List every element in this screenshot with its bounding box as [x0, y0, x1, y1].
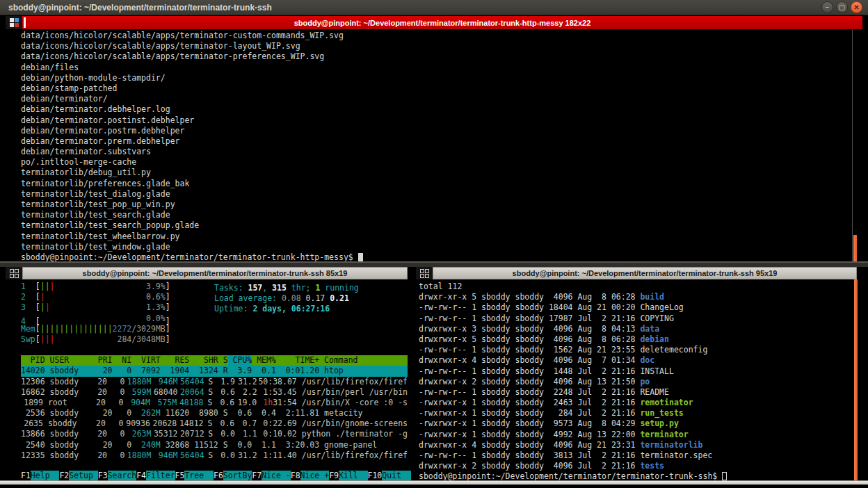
- pane-grabber-button[interactable]: [416, 267, 433, 279]
- terminal-line: terminatorlib/test_search_popup.glade: [21, 220, 851, 231]
- grabber-grid-icon: [420, 269, 429, 278]
- htop-meters-block: 1[|||3.9%]2[|0.6%]3[||1.3%]4[0.0%] Mem[|…: [21, 282, 408, 345]
- column-header-ni[interactable]: NI: [113, 355, 132, 366]
- column-header-res[interactable]: RES: [161, 355, 190, 366]
- terminal-line: debian/terminator.debhelper.log: [21, 104, 851, 115]
- terminal-line: debian/terminator/: [21, 94, 851, 104]
- process-row[interactable]: 12335 sboddy 20 0 1880M 946M 56404 S 0.0…: [21, 450, 408, 461]
- column-header-s[interactable]: S: [218, 355, 228, 366]
- terminal-line: debian/terminator.prerm.debhelper: [21, 136, 851, 147]
- column-header-time[interactable]: TIME+: [276, 355, 319, 366]
- file-row: drwxrwxr-x 4 sboddy sboddy 4096 Aug 21 2…: [419, 440, 853, 450]
- terminal-line: terminatorlib/test_pop_up_win.py: [21, 200, 851, 210]
- file-row: -rwxrwxr-x 1 sboddy sboddy 284 Jul 2 21:…: [419, 408, 853, 418]
- htop-terminal[interactable]: 1[|||3.9%]2[|0.6%]3[||1.3%]4[0.0%] Mem[|…: [6, 279, 408, 481]
- function-key-button[interactable]: F6SortBy: [214, 471, 252, 481]
- function-key-button[interactable]: F7Nice -: [252, 471, 290, 481]
- column-header-user[interactable]: USER: [50, 355, 93, 366]
- function-key-button[interactable]: F2Setup: [59, 471, 97, 481]
- function-key-button[interactable]: F10Quit: [368, 471, 411, 481]
- window-bottom-edge[interactable]: [0, 480, 868, 485]
- terminal-line: debian/terminator.postinst.debhelper: [21, 115, 851, 126]
- right-terminal-scrollbar[interactable]: [854, 279, 858, 481]
- right-pane-titlebar[interactable]: sboddy@pinpoint: ~/Development/terminato…: [416, 267, 857, 279]
- top-terminal[interactable]: data/icons/hicolor/scalable/apps/termina…: [6, 29, 851, 261]
- window-controls: − ▢ ✕: [821, 1, 862, 13]
- text-cursor: [358, 253, 363, 261]
- terminal-line: terminatorlib/test_wheelbarrow.py: [21, 231, 851, 242]
- file-row: -rw-rw-r-- 1 sboddy sboddy 2248 Jul 2 21…: [419, 387, 853, 398]
- ls-terminal[interactable]: total 112 drwxr-xr-x 5 sboddy sboddy 409…: [416, 279, 853, 481]
- function-key-button[interactable]: F3Search: [98, 471, 136, 481]
- column-header-command[interactable]: Command: [324, 355, 357, 366]
- terminal-line: terminatorlib/debug_util.py: [21, 168, 851, 178]
- window-titlebar[interactable]: sboddy@pinpoint: ~/Development/terminato…: [0, 0, 868, 15]
- column-header-pri[interactable]: PRI: [93, 355, 113, 366]
- terminal-line: data/icons/hicolor/scalable/apps/termina…: [21, 51, 851, 62]
- top-pane-title-area[interactable]: sboddy@pinpoint: ~/Development/terminato…: [22, 16, 862, 29]
- terminal-line: debian/stamp-patched: [21, 83, 851, 94]
- top-terminal-scrollbar[interactable]: [852, 29, 856, 261]
- column-header-mem[interactable]: MEM%: [252, 355, 276, 366]
- terminal-line: terminatorlib/preferences.glade_bak: [21, 179, 851, 189]
- process-row[interactable]: 1899 root 20 0 904M 575M 48188 S 0.6 19.…: [21, 398, 408, 408]
- horizontal-splitter[interactable]: [0, 261, 868, 267]
- left-pane-title-area[interactable]: sboddy@pinpoint: ~/Development/terminato…: [22, 267, 408, 279]
- file-row: -rwxrwxr-x 1 sboddy sboddy 9573 Aug 8 04…: [419, 418, 853, 429]
- load-average-line: Load average: 0.08 0.17 0.21: [214, 293, 359, 304]
- file-row: drwxrwxr-x 5 sboddy sboddy 4096 Aug 8 06…: [419, 334, 853, 345]
- pane-grabber-button[interactable]: [6, 267, 22, 279]
- file-row: -rw-rw-r-- 1 sboddy sboddy 18404 Aug 21 …: [419, 302, 853, 313]
- file-row: drwxrwxr-x 4 sboddy sboddy 4096 Aug 7 01…: [419, 355, 853, 366]
- terminal-line: data/icons/hicolor/scalable/apps/termina…: [21, 41, 851, 51]
- htop-table-header[interactable]: PID USER PRI NI VIRT RES SHR S CPU% MEM%…: [21, 355, 408, 366]
- maximize-button[interactable]: ▢: [836, 1, 848, 13]
- focus-indicator: [24, 17, 26, 28]
- right-pane-title-area[interactable]: sboddy@pinpoint: ~/Development/terminato…: [433, 267, 857, 279]
- file-row: drwxr-xr-x 5 sboddy sboddy 4096 Aug 8 06…: [419, 292, 853, 302]
- scrollbar-thumb[interactable]: [853, 235, 857, 261]
- function-key-button[interactable]: F8Nice +: [291, 471, 329, 481]
- grabber-grid-icon: [10, 269, 19, 278]
- window-title: sboddy@pinpoint: ~/Development/terminato…: [8, 3, 272, 13]
- terminal-line: po/.intltool-merge-cache: [21, 157, 851, 168]
- function-key-button[interactable]: F9Kill: [329, 471, 367, 481]
- process-row[interactable]: 14020 sboddy 20 0 7092 1904 1324 R 3.9 0…: [21, 366, 408, 376]
- left-pane-titlebar[interactable]: sboddy@pinpoint: ~/Development/terminato…: [6, 267, 408, 279]
- process-row[interactable]: 16862 sboddy 20 0 599M 68040 20064 S 0.6…: [21, 387, 408, 398]
- terminator-grabber-icon: [10, 18, 19, 27]
- close-button[interactable]: ✕: [851, 1, 862, 13]
- memory-meter: Mem[|||||||||||||||2272/3029MB]: [21, 324, 408, 334]
- function-key-button[interactable]: F1Help: [21, 471, 59, 481]
- right-pane-title: sboddy@pinpoint: ~/Development/terminato…: [513, 269, 778, 277]
- process-row[interactable]: 2540 sboddy 20 0 240M 32868 11512 S 0.0 …: [21, 440, 408, 450]
- minimize-button[interactable]: −: [821, 1, 833, 13]
- column-header-shr[interactable]: SHR: [189, 355, 218, 366]
- process-row[interactable]: 13866 sboddy 20 0 263M 35312 20712 S 0.0…: [21, 429, 408, 439]
- terminal-line: terminatorlib/test_dialog.glade: [21, 189, 851, 200]
- uptime-line: Uptime: 2 days, 06:27:16: [214, 304, 359, 314]
- column-header-virt[interactable]: VIRT: [131, 355, 161, 366]
- terminal-line: data/icons/hicolor/scalable/apps/termina…: [21, 31, 851, 41]
- file-row: drwxrwxr-x 2 sboddy sboddy 4096 Aug 13 2…: [419, 377, 853, 387]
- htop-function-key-bar: F1HelpF2SetupF3SearchF4FilterF5TreeF6Sor…: [21, 471, 408, 481]
- terminal-line: debian/files: [21, 63, 851, 73]
- function-key-button[interactable]: F5Tree: [175, 471, 214, 481]
- file-row: drwxrwxr-x 3 sboddy sboddy 4096 Aug 8 04…: [419, 324, 853, 334]
- process-row[interactable]: 2536 sboddy 20 0 262M 11620 8980 S 0.6 0…: [21, 408, 408, 418]
- terminal-line: debian/python-module-stampdir/: [21, 73, 851, 83]
- tasks-line: Tasks: 157, 315 thr; 1 running: [214, 283, 359, 293]
- process-row[interactable]: 12306 sboddy 20 0 1880M 946M 56404 S 1.9…: [21, 377, 408, 387]
- column-header-pid[interactable]: PID: [21, 355, 45, 366]
- file-row: drwxrwxr-x 2 sboddy sboddy 4096 Jul 2 21…: [419, 461, 853, 471]
- column-header-cpu-sorted[interactable]: CPU%: [228, 355, 252, 366]
- total-line: total 112: [419, 282, 853, 292]
- pane-grabber-button[interactable]: [6, 16, 22, 29]
- function-key-button[interactable]: F4Filter: [136, 471, 175, 481]
- prompt-text: sboddy@pinpoint:~/Development/terminator…: [21, 252, 358, 262]
- process-row[interactable]: 2635 sboddy 20 0 90936 20628 14812 S 0.6…: [21, 418, 408, 429]
- htop-info-block: Tasks: 157, 315 thr; 1 running Load aver…: [214, 283, 359, 315]
- text-cursor-unfocused: [722, 472, 727, 480]
- top-pane-titlebar[interactable]: sboddy@pinpoint: ~/Development/terminato…: [6, 16, 862, 29]
- terminal-line: debian/terminator.postrm.debhelper: [21, 126, 851, 136]
